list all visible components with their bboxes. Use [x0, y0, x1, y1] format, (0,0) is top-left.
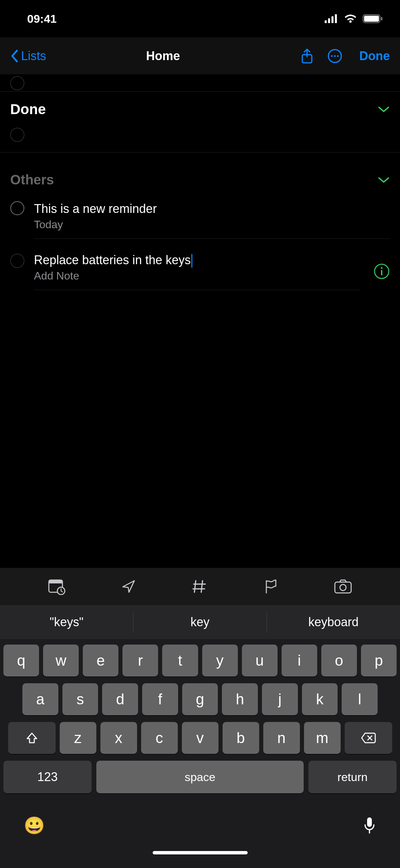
section-title: Done — [10, 101, 46, 117]
key-t[interactable]: t — [162, 645, 198, 676]
key-r[interactable]: r — [122, 645, 158, 676]
shift-key[interactable] — [8, 722, 56, 754]
chevron-left-icon — [10, 49, 19, 63]
return-key[interactable]: return — [308, 761, 397, 793]
reminder-title-input[interactable]: Replace batteries in the keys — [34, 252, 192, 268]
reminder-note-placeholder[interactable]: Add Note — [34, 270, 361, 282]
camera-button[interactable] — [334, 579, 353, 594]
wifi-icon — [344, 14, 357, 23]
status-bar: 09:41 — [0, 0, 400, 37]
location-button[interactable] — [120, 578, 137, 595]
suggestion[interactable]: keyboard — [267, 605, 400, 639]
numbers-key[interactable]: 123 — [3, 761, 92, 793]
key-q[interactable]: q — [3, 645, 39, 676]
key-p[interactable]: p — [361, 645, 397, 676]
more-button[interactable] — [327, 49, 342, 64]
key-s[interactable]: s — [62, 683, 98, 715]
done-button[interactable]: Done — [356, 49, 390, 63]
reminder-checkbox[interactable] — [10, 201, 24, 215]
key-h[interactable]: h — [222, 683, 258, 715]
share-button[interactable] — [300, 48, 314, 64]
svg-rect-1 — [328, 18, 330, 23]
key-u[interactable]: u — [242, 645, 278, 676]
backspace-key[interactable] — [345, 722, 392, 754]
svg-point-9 — [331, 55, 332, 57]
key-o[interactable]: o — [321, 645, 357, 676]
flag-button[interactable] — [262, 578, 279, 595]
section-title: Others — [10, 172, 54, 187]
reminder-title[interactable]: This is a new reminder — [34, 201, 390, 216]
keyboard: q w e r t y u i o p a s d f g h j k l z … — [0, 639, 400, 803]
ellipsis-circle-icon — [327, 49, 342, 64]
key-w[interactable]: w — [43, 645, 79, 676]
key-c[interactable]: c — [141, 722, 178, 754]
key-i[interactable]: i — [282, 645, 317, 676]
svg-point-13 — [381, 267, 382, 269]
shift-icon — [25, 731, 39, 745]
svg-rect-5 — [364, 16, 379, 22]
key-v[interactable]: v — [182, 722, 218, 754]
empty-reminder-row[interactable] — [0, 124, 400, 152]
chevron-down-icon — [378, 176, 390, 184]
key-a[interactable]: a — [22, 683, 58, 715]
nav-bar: Lists Home Done — [0, 37, 400, 75]
home-indicator-area — [0, 848, 400, 868]
info-button[interactable] — [374, 263, 390, 279]
svg-rect-20 — [367, 817, 372, 827]
dictation-button[interactable] — [363, 816, 376, 835]
calendar-clock-icon — [47, 578, 66, 595]
info-circle-icon — [374, 263, 390, 279]
text-cursor — [191, 254, 192, 268]
space-key[interactable]: space — [96, 761, 304, 793]
microphone-icon — [363, 816, 376, 835]
page-title: Home — [29, 49, 297, 63]
tag-button[interactable] — [191, 578, 208, 595]
flag-icon — [262, 578, 279, 595]
key-n[interactable]: n — [263, 722, 300, 754]
section-header-others[interactable]: Others — [0, 163, 400, 194]
key-k[interactable]: k — [302, 683, 338, 715]
suggestion[interactable]: "keys" — [0, 605, 133, 639]
key-f[interactable]: f — [142, 683, 178, 715]
key-l[interactable]: l — [342, 683, 378, 715]
location-arrow-icon — [120, 578, 137, 595]
svg-rect-2 — [331, 16, 334, 23]
reminder-checkbox[interactable] — [10, 76, 24, 90]
camera-icon — [334, 579, 353, 594]
key-y[interactable]: y — [202, 645, 238, 676]
home-indicator[interactable] — [153, 851, 248, 854]
svg-point-11 — [337, 55, 339, 57]
key-e[interactable]: e — [83, 645, 118, 676]
key-x[interactable]: x — [100, 722, 137, 754]
backspace-icon — [360, 732, 377, 744]
share-icon — [300, 48, 314, 64]
svg-rect-16 — [49, 580, 62, 583]
reminder-row[interactable]: Replace batteries in the keys Add Note — [0, 246, 400, 297]
svg-rect-0 — [325, 20, 327, 23]
key-j[interactable]: j — [262, 683, 298, 715]
suggestion[interactable]: key — [133, 605, 266, 639]
section-header-done[interactable]: Done — [0, 92, 400, 124]
emoji-button[interactable]: 😀 — [24, 816, 45, 835]
previous-reminder-peek[interactable] — [0, 75, 400, 92]
key-g[interactable]: g — [182, 683, 218, 715]
battery-icon — [363, 14, 383, 23]
reminder-checkbox[interactable] — [10, 254, 24, 268]
reminder-checkbox[interactable] — [10, 128, 24, 142]
chevron-down-icon — [378, 105, 390, 113]
svg-rect-18 — [335, 582, 351, 593]
svg-rect-6 — [381, 17, 382, 20]
svg-rect-3 — [335, 14, 337, 23]
key-m[interactable]: m — [304, 722, 341, 754]
key-b[interactable]: b — [223, 722, 259, 754]
key-d[interactable]: d — [102, 683, 138, 715]
reminders-content: Done Others This is a new reminder Today… — [0, 75, 400, 568]
reminder-row[interactable]: This is a new reminder Today — [0, 194, 400, 246]
svg-rect-14 — [381, 270, 382, 275]
reminder-quick-bar — [0, 568, 400, 605]
key-z[interactable]: z — [60, 722, 96, 754]
reminder-date: Today — [34, 218, 390, 231]
status-indicators — [325, 14, 383, 23]
suggestion-bar: "keys" key keyboard — [0, 605, 400, 639]
calendar-button[interactable] — [47, 578, 66, 595]
